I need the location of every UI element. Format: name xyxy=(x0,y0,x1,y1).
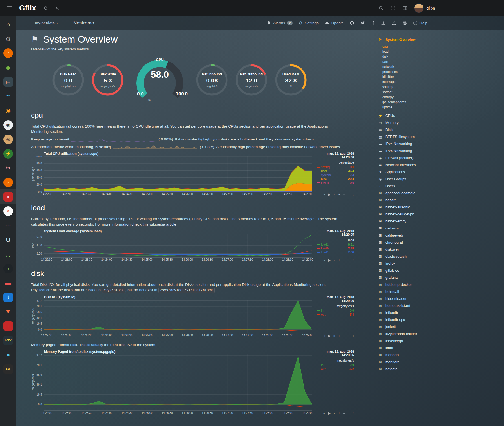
nav-cadvisor[interactable]: ⊞cadvisor xyxy=(378,225,504,232)
sidebar-app-scissors-app[interactable]: ✂ xyxy=(0,161,16,175)
zoom-in-button[interactable]: + xyxy=(338,258,340,262)
nav-sub-network[interactable]: network xyxy=(382,64,504,69)
sidebar-app-flower-app[interactable]: ✳ xyxy=(0,204,16,218)
legend-item-out[interactable]: out-5.3 xyxy=(317,313,354,316)
fullscreen-button[interactable] xyxy=(391,6,395,10)
forward-button[interactable]: » xyxy=(333,411,335,415)
zoom-in-button[interactable]: + xyxy=(338,411,340,415)
update-button[interactable]: Update xyxy=(325,21,344,25)
nav-apacheguacamole[interactable]: ⊞apacheguacamole xyxy=(378,189,504,197)
nav-home-assistant[interactable]: ⊞home-assistant xyxy=(378,302,504,309)
nav-binhex-airsonic[interactable]: ⊞binhex-airsonic xyxy=(378,204,504,211)
nav-diskover[interactable]: ⊞diskover xyxy=(378,246,504,253)
legend-item-in[interactable]: in0.0 xyxy=(317,309,354,313)
rewind-button[interactable]: « xyxy=(323,334,325,338)
nav-jackett[interactable]: ⊞jackett xyxy=(378,323,504,330)
wikipedia-link[interactable]: wikipedia article xyxy=(149,222,176,226)
sidebar-app-lazylibrarian[interactable]: LAZY xyxy=(0,333,16,347)
nav-influxdb-ups[interactable]: ⊞influxdb-ups xyxy=(378,316,504,323)
refresh-button[interactable] xyxy=(43,6,48,10)
sidebar-app-download-app[interactable]: ↓ xyxy=(0,319,16,333)
sidebar-app-drop-app[interactable]: ● xyxy=(0,347,16,362)
nav-ipv6-networking[interactable]: ☁IPv6 Networking xyxy=(378,147,504,154)
export-button[interactable] xyxy=(392,21,396,25)
nav-lidarr[interactable]: ⊞lidarr xyxy=(378,344,504,351)
nav-gitlab-ce[interactable]: ⊞gitlab-ce xyxy=(378,267,504,274)
nav-mariadb[interactable]: ⊞mariadb xyxy=(378,351,504,358)
server-dropdown[interactable]: my-netdata ▾ xyxy=(35,21,58,25)
legend-item-user[interactable]: user35.3 xyxy=(317,169,354,173)
alarms-button[interactable]: Alarms 2 xyxy=(267,21,293,25)
sidebar-app-jackett[interactable]: ◉ xyxy=(0,132,16,146)
nav-cpus[interactable]: ⚡CPUs xyxy=(378,112,504,119)
nav-heimdall[interactable]: ⊞heimdall xyxy=(378,288,504,295)
sidebar-app-home[interactable]: ⌂ xyxy=(0,17,16,32)
play-button[interactable]: ▶ xyxy=(328,411,331,415)
nav-sub-ipc-semaphores[interactable]: ipc semaphores xyxy=(382,100,504,105)
nav-firefox[interactable]: ⊞firefox xyxy=(378,260,504,267)
nav-sub-processes[interactable]: processes xyxy=(382,69,504,74)
nav-hiddenloader[interactable]: ⊞hiddenloader xyxy=(378,295,504,302)
settings-button[interactable]: ⚙ Settings xyxy=(299,21,318,26)
chart-total-cpu-utilization[interactable]: percentageTotal CPU utilization (system.… xyxy=(31,152,354,196)
menu-button[interactable] xyxy=(5,3,15,13)
nav-chronograf[interactable]: ⊞chronograf xyxy=(378,239,504,246)
gauge-cpu[interactable]: CPU58.00.0100.0% xyxy=(130,56,189,104)
nav-sub-uptime[interactable]: uptime xyxy=(382,105,504,110)
forward-button[interactable]: » xyxy=(333,258,335,262)
nav-sub-idlejitter[interactable]: idlejitter xyxy=(382,74,504,79)
zoom-out-button[interactable]: − xyxy=(343,258,345,262)
gauge-net-inbound[interactable]: Net Inbound0.08megabits/s xyxy=(195,63,229,97)
gauge-disk-write[interactable]: Disk Write5.3megabytes/s xyxy=(91,63,125,97)
chart-system-load-average[interactable]: loadSystem Load Average (system.load)14:… xyxy=(31,229,354,262)
resize-handle[interactable]: ↕ xyxy=(352,411,354,415)
sidebar-app-firefox[interactable]: ◗ xyxy=(0,175,16,189)
sidebar-app-dark-green-app[interactable]: ◖ xyxy=(0,261,16,276)
sidebar-app-u-green-app[interactable]: ◡ xyxy=(0,247,16,261)
sidebar-app-pills-app[interactable]: ▬ xyxy=(0,276,16,290)
twitter-button[interactable] xyxy=(361,21,365,25)
nav-users[interactable]: ○Users xyxy=(378,182,504,189)
nav-influxdb[interactable]: ⊞influxdb xyxy=(378,309,504,316)
sidebar-app-emby[interactable]: ◉ xyxy=(0,118,16,132)
gauge-used-ram[interactable]: Used RAM32.8% xyxy=(274,63,308,97)
forward-button[interactable]: » xyxy=(333,193,335,197)
nav-lazylibrarian-calibre[interactable]: ⊞lazylibrarian-calibre xyxy=(378,330,504,337)
nav-firewall-netfilter[interactable]: ◈Firewall (netfilter) xyxy=(378,154,504,161)
sidebar-app-gitlab[interactable]: ▼ xyxy=(0,304,16,319)
print-button[interactable] xyxy=(403,21,407,25)
sidebar-app-settings[interactable]: ⚙ xyxy=(0,32,16,46)
sidebar-app-pihole[interactable]: ● xyxy=(0,189,16,204)
nav-binhex-delugevpn[interactable]: ⊞binhex-delugevpn xyxy=(378,211,504,218)
rewind-button[interactable]: « xyxy=(323,193,325,197)
nav-sub-entropy[interactable]: entropy xyxy=(382,95,504,100)
legend-item-load15[interactable]: load152.06 xyxy=(317,250,354,254)
sidebar-app-sabnzbd[interactable]: sab xyxy=(0,362,16,376)
softirq-sparkline[interactable] xyxy=(113,145,197,150)
nav-ipv4-networking[interactable]: ☁IPv4 Networking xyxy=(378,140,504,147)
user-menu[interactable]: gilbn ▾ xyxy=(426,6,438,10)
sidebar-app-green-bolt[interactable]: ⚡ xyxy=(0,146,16,161)
play-button[interactable]: ▶ xyxy=(328,258,331,262)
sidebar-app-green-diamond[interactable]: ◆ xyxy=(0,60,16,75)
play-button[interactable]: ▶ xyxy=(328,193,331,197)
sidebar-app-organizr[interactable]: ◔ xyxy=(0,46,16,60)
chart-disk-io[interactable]: megabytes/sDisk I/O (system.io)14:22:301… xyxy=(31,295,354,338)
sidebar-app-soundwave-app[interactable]: ≈ xyxy=(0,89,16,103)
rewind-button[interactable]: « xyxy=(323,258,325,262)
legend-item-system[interactable]: system2.3 xyxy=(317,173,354,177)
nav-netdata[interactable]: ⊞netdata xyxy=(378,365,504,373)
nav-sub-ram[interactable]: ram xyxy=(382,59,504,64)
legend-item-nice[interactable]: nice20.4 xyxy=(317,177,354,181)
import-button[interactable] xyxy=(381,21,386,25)
help-button[interactable]: ? Help xyxy=(413,21,427,25)
nav-memory[interactable]: ▤Memory xyxy=(378,119,504,126)
nav-sub-interrupts[interactable]: interrupts xyxy=(382,79,504,84)
zoom-in-button[interactable]: + xyxy=(338,334,340,338)
nav-sub-cpu[interactable]: cpu xyxy=(382,44,504,49)
sidebar-app-container-app[interactable]: ▤ xyxy=(0,75,16,89)
legend-item-softirq[interactable]: softirq0.0 xyxy=(317,165,354,169)
legend-item-in[interactable]: in0.0 xyxy=(317,363,354,367)
iowait-sparkline[interactable] xyxy=(71,137,156,142)
resize-handle[interactable]: ↕ xyxy=(352,193,354,197)
